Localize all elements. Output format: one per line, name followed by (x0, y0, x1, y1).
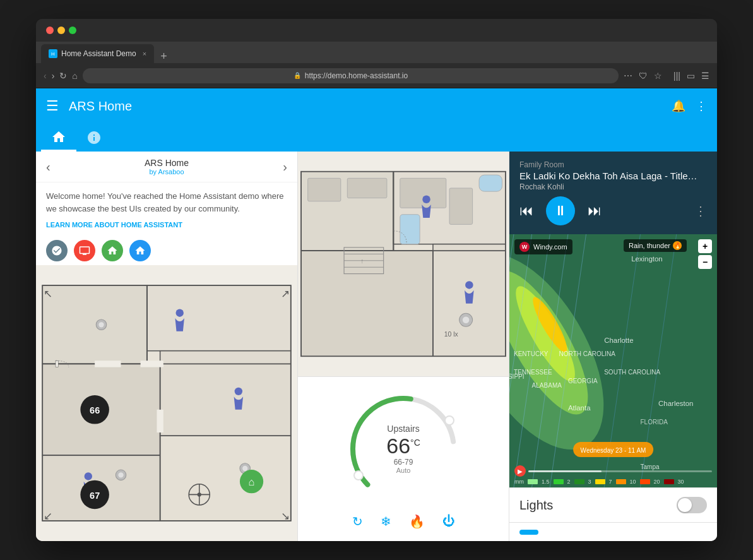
svg-text:Lexington: Lexington (631, 255, 663, 263)
tab-info[interactable] (76, 124, 112, 152)
thermostat-cool-button[interactable]: ❄ (381, 514, 391, 529)
svg-text:↘: ↘ (281, 510, 290, 522)
svg-rect-41 (301, 251, 433, 356)
legend-mm: mm (514, 479, 524, 485)
toggle-knob (678, 498, 692, 512)
floorplan2-svg: 10 lx ↑ (298, 152, 509, 376)
media-title: Ek Ladki Ko Dekha Toh Aisa Laga - Title… (519, 170, 707, 181)
svg-text:↙: ↙ (44, 510, 52, 522)
weather-date-text: Wednesday 23 - 11 AM (581, 447, 646, 454)
notifications-bell-icon[interactable]: 🔔 (672, 99, 685, 113)
thermostat-temp: 66°C (386, 435, 420, 456)
media-more-button[interactable]: ⋮ (694, 203, 707, 218)
media-prev-button[interactable]: ⏮ (519, 203, 533, 219)
svg-text:⌂: ⌂ (249, 476, 255, 488)
svg-text:SOUTH CAROLINA: SOUTH CAROLINA (604, 369, 660, 376)
svg-point-55 (463, 317, 469, 323)
svg-point-53 (465, 281, 473, 289)
svg-text:NORTH CAROLINA: NORTH CAROLINA (559, 350, 616, 357)
svg-text:↑: ↑ (360, 258, 364, 265)
svg-rect-37 (56, 360, 58, 367)
address-bar[interactable]: 🔒 https://demo.home-assistant.io (83, 68, 619, 83)
thermostat-mode: Auto (386, 467, 420, 474)
learn-more-link[interactable]: LEARN MORE ABOUT HOME ASSISTANT (46, 221, 287, 229)
security-icon: 🔒 (293, 72, 301, 79)
close-button[interactable] (46, 27, 54, 34)
svg-point-14 (175, 309, 183, 316)
weather-zoom-out-button[interactable]: − (698, 255, 712, 269)
svg-point-32 (198, 492, 201, 496)
thermostat-heat-button[interactable]: 🔥 (409, 514, 425, 529)
lights-label: Lights (519, 498, 553, 513)
svg-text:66: 66 (90, 405, 100, 415)
svg-point-16 (85, 472, 92, 480)
fp-tv-icon[interactable] (74, 240, 95, 261)
media-next-button[interactable]: ⏭ (588, 203, 602, 219)
weather-timeline[interactable] (528, 470, 712, 472)
tab-home[interactable] (41, 124, 76, 152)
svg-text:GEORGIA: GEORGIA (568, 378, 598, 384)
bookmark-button[interactable]: ☆ (654, 71, 662, 81)
svg-rect-46 (308, 178, 341, 201)
svg-point-18 (98, 322, 104, 327)
active-tab[interactable]: H Home Assistant Demo × (41, 44, 154, 63)
weather-zoom-in-button[interactable]: + (698, 239, 712, 253)
minimize-button[interactable] (57, 27, 65, 34)
maximize-button[interactable] (69, 27, 76, 34)
thermostat-refresh-button[interactable]: ↻ (352, 514, 363, 529)
next-control-indicator (519, 530, 538, 535)
weather-date-badge: Wednesday 23 - 11 AM (573, 442, 654, 457)
svg-point-22 (118, 472, 123, 477)
options-more-icon[interactable]: ⋮ (696, 99, 707, 113)
floorplan-svg: 66 67 ⌂ (36, 265, 297, 541)
svg-text:Charlotte: Charlotte (604, 337, 633, 344)
card-author-link[interactable]: by Arsaboo (145, 168, 189, 176)
browser-toolbar: ⋯ 🛡 ☆ ||| ▭ ☰ (624, 71, 709, 81)
svg-rect-47 (347, 178, 387, 198)
bookmarks-button[interactable]: ||| (673, 71, 680, 81)
home-button[interactable]: ⌂ (72, 71, 77, 81)
tab-close-button[interactable]: × (143, 50, 146, 57)
svg-rect-11 (141, 360, 163, 367)
svg-point-15 (235, 388, 242, 395)
svg-text:Atlanta: Atlanta (568, 404, 591, 412)
traffic-lights (46, 27, 76, 34)
weather-source-label: Windy.com (533, 243, 567, 251)
menu-button[interactable]: ☰ (701, 71, 709, 81)
media-pause-button[interactable]: ⏸ (546, 196, 575, 225)
fp-home-icon[interactable] (102, 240, 123, 261)
svg-rect-2 (147, 285, 291, 351)
more-tools-button[interactable]: ⋯ (624, 71, 632, 81)
svg-text:67: 67 (90, 491, 100, 501)
sidebar-toggle-button[interactable]: ▭ (687, 71, 695, 81)
svg-text:10 lx: 10 lx (444, 331, 459, 338)
svg-text:FLORIDA: FLORIDA (640, 419, 668, 426)
svg-rect-50 (479, 175, 502, 191)
weather-play-button[interactable]: ▶ (514, 465, 526, 477)
tab-title: Home Assistant Demo (61, 49, 136, 58)
svg-rect-12 (95, 360, 121, 367)
card-prev-button[interactable]: ‹ (46, 160, 50, 174)
lights-toggle[interactable] (677, 497, 707, 513)
home-tab-icon (51, 129, 66, 145)
card-next-button[interactable]: › (283, 160, 287, 174)
reload-button[interactable]: ↻ (59, 71, 67, 81)
fp-settings-icon[interactable] (46, 240, 68, 261)
fp-house-icon[interactable] (129, 240, 151, 261)
card-author: Arsaboo (158, 168, 184, 176)
svg-text:KENTUCKY: KENTUCKY (514, 350, 548, 357)
thermostat-power-button[interactable]: ⏻ (442, 514, 455, 529)
weather-condition-text: Rain, thunder (629, 242, 670, 249)
forward-button[interactable]: › (52, 71, 55, 81)
card-description: Welcome home! You've reached the Home As… (46, 190, 287, 215)
tab-favicon: H (49, 49, 57, 58)
shield-icon: 🛡 (639, 71, 648, 81)
menu-icon[interactable]: ☰ (46, 98, 59, 114)
media-room: Family Room (519, 160, 707, 169)
svg-rect-48 (400, 178, 446, 208)
back-button[interactable]: ‹ (44, 71, 47, 81)
svg-text:Charleston: Charleston (658, 400, 693, 407)
svg-point-66 (445, 416, 454, 425)
info-tab-icon (86, 130, 102, 145)
new-tab-button[interactable]: + (155, 50, 172, 63)
